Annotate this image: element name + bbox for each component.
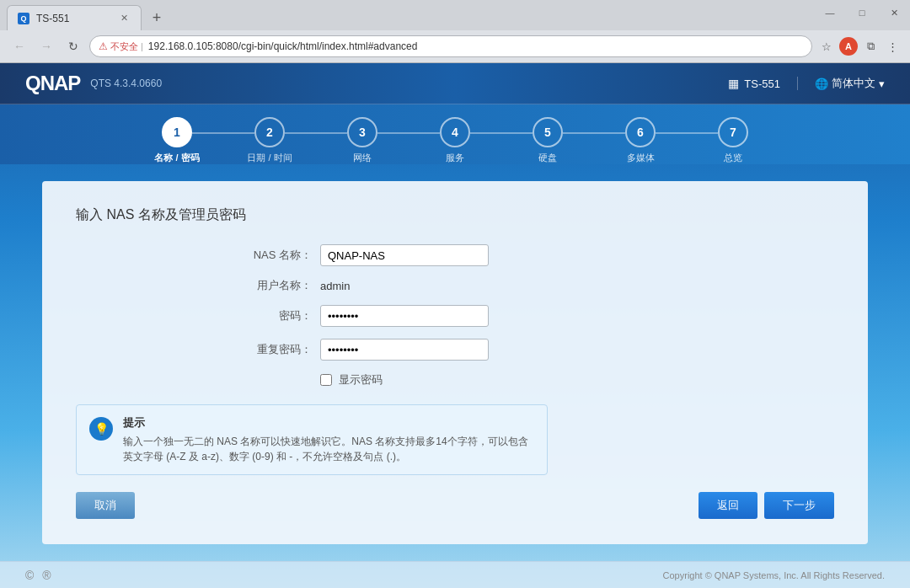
wizard-step-3[interactable]: 3 网络 xyxy=(316,117,409,164)
card-footer: 取消 返回 下一步 xyxy=(76,492,834,519)
wizard-steps: 1 名称 / 密码 2 日期 / 时间 3 网络 4 服务 5 硬盘 6 多媒体 xyxy=(0,104,910,164)
browser-tab[interactable]: Q TS-551 ✕ xyxy=(7,5,142,30)
show-password-label[interactable]: 显示密码 xyxy=(339,372,383,388)
step-circle-3: 3 xyxy=(347,117,377,147)
tab-title: TS-551 xyxy=(36,13,69,24)
globe-icon: 🌐 xyxy=(815,78,828,90)
copyright-icon: © xyxy=(25,569,34,582)
nas-name-input[interactable] xyxy=(320,244,489,266)
nas-name-row: NAS 名称： xyxy=(244,244,666,266)
device-name: TS-551 xyxy=(744,78,780,90)
wizard-step-6[interactable]: 6 多媒体 xyxy=(594,117,687,164)
username-row: 用户名称： admin xyxy=(244,278,666,293)
wizard-step-1[interactable]: 1 名称 / 密码 xyxy=(131,117,223,164)
registered-icon: ® xyxy=(42,569,51,582)
device-info: ▦ TS-551 xyxy=(728,77,798,90)
device-icon: ▦ xyxy=(728,77,739,90)
step-circle-4: 4 xyxy=(440,117,470,147)
language-selector[interactable]: 🌐 简体中文 ▾ xyxy=(815,76,885,91)
bookmark-icon[interactable]: ☆ xyxy=(817,37,836,56)
step-label-3: 网络 xyxy=(353,152,372,164)
tab-favicon: Q xyxy=(18,13,29,24)
wizard-step-5[interactable]: 5 硬盘 xyxy=(501,117,594,164)
step-circle-2: 2 xyxy=(254,117,285,147)
step-circle-1: 1 xyxy=(162,117,192,147)
qnap-logo: QNAP xyxy=(25,72,80,95)
step-circle-6: 6 xyxy=(625,117,656,147)
language-label: 简体中文 xyxy=(832,76,875,91)
new-tab-button[interactable]: + xyxy=(145,6,169,29)
password-row: 密码： xyxy=(244,305,666,327)
minimize-button[interactable]: — xyxy=(814,0,846,25)
menu-icon[interactable]: ⋮ xyxy=(883,37,902,56)
content-card: 输入 NAS 名称及管理员密码 NAS 名称： 用户名称： admin 密码： xyxy=(42,181,868,544)
address-text: 192.168.0.105:8080/cgi-bin/quick/html/in… xyxy=(148,40,418,52)
tip-content: 提示 输入一个独一无二的 NAS 名称可以快速地解识它。NAS 名称支持最多14… xyxy=(123,415,534,464)
step-circle-5: 5 xyxy=(533,117,563,147)
back-button[interactable]: ← xyxy=(8,35,30,57)
qnap-footer: © ® Copyright © QNAP Systems, Inc. All R… xyxy=(0,561,910,588)
extensions-icon[interactable]: ⧉ xyxy=(861,37,880,56)
wizard-step-2[interactable]: 2 日期 / 时间 xyxy=(223,117,316,164)
footer-icons: © ® xyxy=(25,569,51,582)
confirm-password-row: 重复密码： xyxy=(244,339,666,361)
profile-icon[interactable]: A xyxy=(839,37,858,56)
tip-text: 输入一个独一无二的 NAS 名称可以快速地解识它。NAS 名称支持最多14个字符… xyxy=(123,434,534,464)
wizard-step-4[interactable]: 4 服务 xyxy=(409,117,501,164)
confirm-label: 重复密码： xyxy=(244,342,312,357)
qnap-header: QNAP QTS 4.3.4.0660 ▦ TS-551 🌐 简体中文 ▾ xyxy=(0,63,910,104)
username-label: 用户名称： xyxy=(244,278,312,293)
security-warning: ⚠ 不安全 | xyxy=(99,40,143,53)
step-label-7: 总览 xyxy=(724,152,742,164)
wizard-step-7[interactable]: 7 总览 xyxy=(687,117,779,164)
show-password-checkbox[interactable] xyxy=(320,374,332,386)
show-password-row: 显示密码 xyxy=(320,372,666,388)
username-value: admin xyxy=(320,280,350,292)
tip-title: 提示 xyxy=(123,415,534,430)
form-area: NAS 名称： 用户名称： admin 密码： xyxy=(244,244,666,388)
next-button[interactable]: 下一步 xyxy=(764,492,834,519)
nas-name-label: NAS 名称： xyxy=(244,248,312,263)
tip-icon: 💡 xyxy=(89,417,113,441)
close-button[interactable]: ✕ xyxy=(878,0,910,25)
tab-close-button[interactable]: ✕ xyxy=(117,12,131,25)
step-label-5: 硬盘 xyxy=(538,152,557,164)
qnap-version: QTS 4.3.4.0660 xyxy=(90,78,162,89)
back-button[interactable]: 返回 xyxy=(699,492,757,519)
step-label-6: 多媒体 xyxy=(627,152,655,164)
footer-copyright: Copyright © QNAP Systems, Inc. All Right… xyxy=(663,570,885,580)
step-circle-7: 7 xyxy=(718,117,748,147)
lang-arrow-icon: ▾ xyxy=(879,78,885,90)
cancel-button[interactable]: 取消 xyxy=(76,492,135,519)
refresh-button[interactable]: ↻ xyxy=(62,35,84,57)
address-bar[interactable]: ⚠ 不安全 | 192.168.0.105:8080/cgi-bin/quick… xyxy=(89,35,812,57)
step-label-1: 名称 / 密码 xyxy=(154,152,199,164)
warning-icon: ⚠ xyxy=(99,40,108,52)
tip-box: 💡 提示 输入一个独一无二的 NAS 名称可以快速地解识它。NAS 名称支持最多… xyxy=(76,404,548,475)
password-label: 密码： xyxy=(244,308,312,323)
step-label-4: 服务 xyxy=(446,152,464,164)
password-input[interactable] xyxy=(320,305,489,327)
step-label-2: 日期 / 时间 xyxy=(247,152,292,164)
maximize-button[interactable]: □ xyxy=(846,0,878,25)
page-title: 输入 NAS 名称及管理员密码 xyxy=(76,206,834,224)
confirm-password-input[interactable] xyxy=(320,339,489,361)
forward-button[interactable]: → xyxy=(35,35,57,57)
